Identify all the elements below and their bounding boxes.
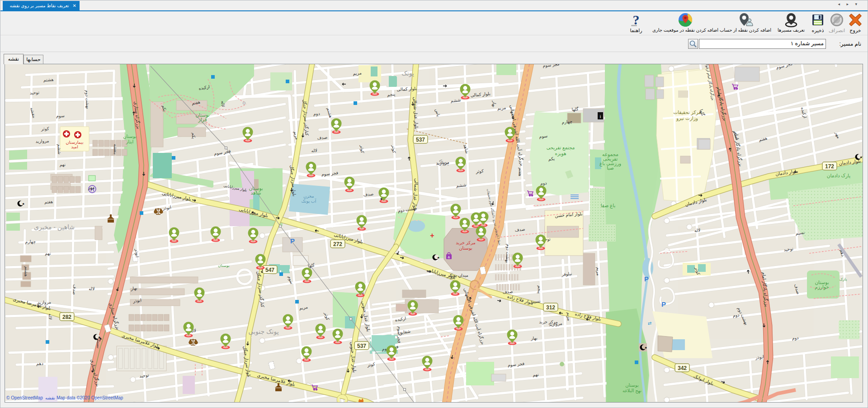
- svg-text:لاله: لاله: [221, 101, 226, 107]
- svg-text:لاله: لاله: [311, 148, 317, 153]
- svg-text:آب پونک: آب پونک: [302, 198, 316, 204]
- svg-text:دهم: دهم: [36, 361, 43, 366]
- svg-text:&: &: [448, 255, 450, 259]
- svg-text:بوستان: بوستان: [459, 246, 472, 251]
- svg-text:کوثر: کوثر: [475, 168, 484, 174]
- svg-text:342: 342: [678, 365, 687, 371]
- svg-text:نقشه Map data ©2020 OpenStreet: نقشه Map data ©2020 OpenStreetMap: [45, 395, 123, 400]
- svg-text:هفتم: هفتم: [518, 167, 524, 176]
- svg-text:★: ★: [22, 202, 25, 205]
- svg-text:پنجم: پنجم: [537, 285, 542, 294]
- svg-text:نهم: نهم: [59, 162, 66, 168]
- svg-text:خوارزم: خوارزم: [815, 284, 829, 290]
- svg-text:بوستان: بوستان: [218, 263, 229, 268]
- svg-text:312: 312: [546, 304, 555, 311]
- svg-text:P: P: [290, 237, 295, 245]
- svg-text:مرکز تحقیقات: مرکز تحقیقات: [673, 109, 701, 115]
- svg-text:لاله: لاله: [48, 313, 53, 319]
- svg-text:چهارم: چهارم: [25, 239, 36, 244]
- svg-text:هفتم: هفتم: [44, 199, 53, 205]
- svg-text:مرکز خرید: مرکز خرید: [456, 240, 476, 245]
- svg-text:پونک جنوبی: پونک جنوبی: [248, 328, 278, 336]
- svg-text:282: 282: [62, 314, 71, 320]
- svg-text:صدف: صدف: [514, 227, 525, 232]
- svg-text:نیلوفر: نیلوفر: [561, 271, 572, 277]
- svg-text:537: 537: [357, 343, 366, 349]
- svg-text:172: 172: [825, 163, 834, 170]
- svg-text:بنفشه: بنفشه: [113, 144, 118, 155]
- svg-text:537: 537: [416, 137, 425, 143]
- svg-text:547: 547: [265, 267, 274, 273]
- svg-text:پونک: پونک: [401, 70, 414, 77]
- svg-text:لاله: لاله: [694, 228, 701, 233]
- svg-text:نهج البلاغه: نهج البلاغه: [623, 388, 642, 394]
- svg-text:کوثر: کوثر: [41, 126, 49, 132]
- svg-text:امید: امید: [71, 144, 78, 149]
- svg-text:صدف: صدف: [502, 289, 513, 294]
- svg-text:کوثر: کوثر: [391, 145, 396, 153]
- svg-text:دوم: دوم: [732, 312, 740, 318]
- svg-text:P: P: [644, 275, 649, 283]
- svg-text:سوم: سوم: [539, 133, 548, 139]
- svg-text:مریم: مریم: [566, 312, 571, 321]
- svg-text:+: +: [430, 232, 434, 239]
- svg-text:ابوذر: ابوذر: [134, 248, 140, 258]
- svg-text:مروارید: مروارید: [38, 299, 51, 305]
- svg-text:بهار: بهار: [530, 335, 538, 341]
- svg-text:دوم: دوم: [792, 335, 799, 341]
- svg-text:صبا: صبا: [607, 165, 613, 171]
- svg-text:ابوذر: ابوذر: [755, 354, 764, 360]
- svg-text:★: ★: [98, 336, 101, 339]
- svg-text:لاله: لاله: [89, 286, 95, 291]
- svg-text:★: ★: [645, 346, 647, 349]
- svg-text:هویزه: هویزه: [555, 151, 566, 157]
- svg-text:وزارت نیرو: وزارت نیرو: [676, 115, 698, 121]
- svg-text:یکم: یکم: [191, 133, 196, 139]
- svg-text:بوستان: بوستان: [123, 134, 137, 139]
- svg-text:فراز: فراز: [198, 117, 207, 123]
- svg-text:سوم: سوم: [56, 113, 65, 119]
- svg-text:P: P: [661, 300, 666, 308]
- svg-text:272: 272: [333, 241, 342, 247]
- svg-text:شاهین - مخبری: شاهین - مخبری: [34, 223, 75, 231]
- svg-text:مجتمع تفریحی: مجتمع تفریحی: [547, 145, 575, 151]
- svg-text:نسیم: نسیم: [95, 339, 101, 349]
- svg-text:بهار: بهار: [492, 100, 497, 108]
- svg-text:مریم: مریم: [595, 267, 601, 275]
- svg-text:فجر سوم: فجر سوم: [397, 326, 402, 343]
- svg-text:مخزن: مخزن: [303, 194, 314, 199]
- svg-text:صدف: صدف: [317, 134, 328, 140]
- svg-text:مهر: مهر: [87, 185, 94, 190]
- svg-text:★: ★: [437, 256, 440, 259]
- svg-text:هشتم: هشتم: [43, 77, 54, 83]
- svg-text:گلها: گلها: [571, 106, 579, 112]
- svg-text:© OpenStreetMap: © OpenStreetMap: [6, 395, 43, 400]
- svg-text:میدان پونک: میدان پونک: [448, 273, 468, 278]
- svg-text:پارک دادمان: پارک دادمان: [827, 173, 850, 179]
- svg-text:بهار: بهار: [130, 285, 137, 291]
- svg-text:بهشت دوم: بهشت دوم: [505, 244, 511, 263]
- svg-text:باغ صفا: باغ صفا: [601, 203, 616, 209]
- svg-text:بهشت دوم: بهشت دوم: [85, 90, 90, 109]
- svg-text:کوثر: کوثر: [359, 145, 365, 153]
- svg-text:صدف: صدف: [363, 191, 374, 197]
- svg-text:ایثار: ایثار: [126, 139, 133, 144]
- svg-text:نهم: نهم: [45, 251, 51, 256]
- svg-text:بلوار کمالی: بلوار کمالی: [396, 86, 417, 92]
- svg-text:i: i: [599, 114, 601, 119]
- svg-text:دوم: دوم: [540, 180, 547, 186]
- svg-text:مروارید: مروارید: [35, 138, 49, 144]
- svg-text:دوم: دوم: [313, 111, 320, 116]
- svg-text:⇄: ⇄: [648, 321, 651, 326]
- svg-text:بوستان: بوستان: [625, 383, 639, 388]
- svg-text:پارک: پارک: [840, 277, 847, 281]
- svg-text:شاهد: شاهد: [250, 190, 261, 195]
- svg-text:توحید: توحید: [29, 90, 39, 95]
- svg-text:صدف: صدف: [72, 284, 77, 294]
